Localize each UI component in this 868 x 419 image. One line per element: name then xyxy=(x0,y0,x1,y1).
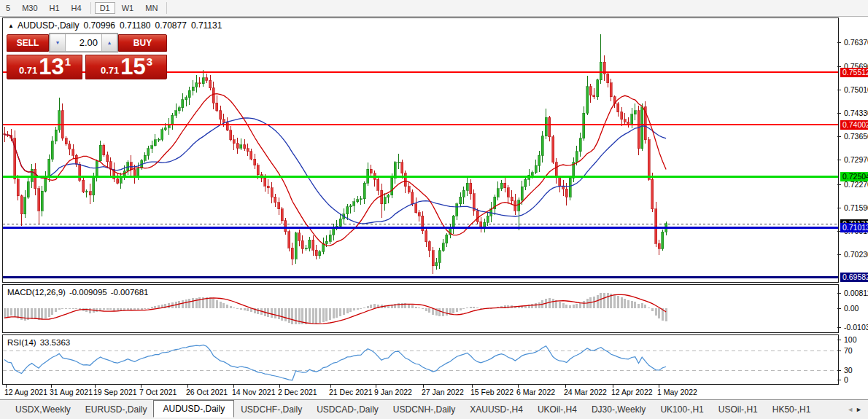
chart-title: ▲AUDUSD-,Daily0.709960.711800.708770.711… xyxy=(8,20,226,31)
buy-price-pip: 3 xyxy=(147,55,152,68)
symbol-tab-uk100h1[interactable]: UK100-,H1 xyxy=(654,402,710,417)
symbol-tab-audusddaily[interactable]: AUDUSD-,Daily xyxy=(153,400,234,418)
symbol-tab-usdchfdaily[interactable]: USDCHF-,Daily xyxy=(234,402,309,417)
ohlc-high: 0.71180 xyxy=(120,20,151,31)
symbol-tab-ukoilh4[interactable]: UKOil-,H4 xyxy=(531,402,584,417)
ohlc-close: 0.71131 xyxy=(191,20,222,31)
price-level-badge: 0.69582 xyxy=(840,273,868,282)
sell-price-big: 13 xyxy=(39,56,63,78)
macd-indicator-name: MACD(12,26,9) xyxy=(7,288,66,297)
macd-axis-tick: 0.00 xyxy=(844,304,859,313)
buy-price-prefix: 0.71 xyxy=(101,65,119,76)
date-axis-label: 24 Mar 2022 xyxy=(564,388,607,396)
axis-tick-mark xyxy=(837,370,841,371)
price-axis-tick: 0.76370 xyxy=(844,38,868,47)
date-axis-label: 1 May 2022 xyxy=(657,388,697,396)
sell-price-pip: 1 xyxy=(65,55,71,68)
sell-price-box[interactable]: 0.71 13 1 xyxy=(7,55,82,79)
macd-pane[interactable]: MACD(12,26,9)-0.009095-0.007681 xyxy=(2,284,839,333)
date-axis-label: 19 Sep 2021 xyxy=(93,388,137,396)
price-level-badge: 0.74002 xyxy=(840,120,868,130)
timeframe-button-MN[interactable]: MN xyxy=(140,2,163,14)
symbol-tabbar: USDX,WeeklyEURUSD-,DailyAUDUSD-,DailyUSD… xyxy=(0,399,868,419)
volume-input[interactable]: 2.00 xyxy=(66,34,101,52)
axis-tick-mark xyxy=(837,184,841,185)
buy-price-box[interactable]: 0.71 15 3 xyxy=(85,55,167,79)
price-pane[interactable]: ▲AUDUSD-,Daily0.709960.711800.708770.711… xyxy=(2,17,839,283)
axis-tick-mark xyxy=(837,90,841,90)
tab-scroll-right-icon[interactable]: ► xyxy=(856,406,864,413)
price-axis-tick: 0.71590 xyxy=(844,203,868,213)
macd-signal-value: -0.007681 xyxy=(111,288,149,297)
date-axis: 12 Aug 202131 Aug 202119 Sep 20217 Oct 2… xyxy=(2,385,839,399)
rsi-label: RSI(14)33.5363 xyxy=(7,338,74,347)
symbol-tab-dj30weekly[interactable]: DJ30-,Weekly xyxy=(585,402,652,417)
trading-platform-window: 5M30H1H4D1W1MN ▲AUDUSD-,Daily0.709960.71… xyxy=(0,0,868,419)
timeframe-button-H1[interactable]: H1 xyxy=(44,2,65,14)
timeframe-button-5[interactable]: 5 xyxy=(1,2,15,14)
date-axis-label: 12 Apr 2022 xyxy=(611,388,653,396)
collapse-panel-arrow-icon[interactable]: ▲ xyxy=(8,23,14,29)
price-axis-tick: 0.75010 xyxy=(844,85,868,95)
date-axis-label: 15 Feb 2022 xyxy=(470,388,514,396)
tab-scroll-arrows: ◄► xyxy=(847,406,864,413)
rsi-axis-tick: 0 xyxy=(844,375,848,385)
axis-tick-mark xyxy=(837,340,841,340)
ohlc-low: 0.70877 xyxy=(155,20,187,31)
price-axis-tick: 0.74330 xyxy=(844,109,868,118)
timeframe-button-H4[interactable]: H4 xyxy=(66,2,87,14)
rsi-value: 33.5363 xyxy=(40,338,71,347)
price-axis-tick: 0.72270 xyxy=(844,180,868,189)
volume-spinner: ▼ 2.00 ▲ xyxy=(49,33,118,52)
symbol-tab-xauusdh4[interactable]: XAUUSD-,H4 xyxy=(463,402,530,417)
sell-price-prefix: 0.71 xyxy=(19,65,37,76)
axis-tick-mark xyxy=(837,327,841,328)
price-axis-tick: 0.73650 xyxy=(844,132,868,141)
price-level-badge: 0.71013 xyxy=(840,223,868,232)
symbol-tab-usdxweekly[interactable]: USDX,Weekly xyxy=(9,402,77,417)
sell-button[interactable]: SELL xyxy=(7,34,49,52)
axis-tick-mark xyxy=(837,136,841,137)
buy-price-big: 15 xyxy=(120,56,145,78)
date-axis-label: 21 Dec 2021 xyxy=(329,388,373,396)
volume-increase-arrow-icon[interactable]: ▲ xyxy=(101,34,117,52)
one-click-trading-panel: SELL ▼ 2.00 ▲ BUY 0.71 13 1 0.71 15 3 xyxy=(7,33,167,79)
toolbar-separator xyxy=(90,2,91,14)
price-axis: 0.763700.756900.750100.743300.736500.729… xyxy=(840,17,868,385)
ohlc-open: 0.70996 xyxy=(84,20,115,31)
macd-value: -0.009095 xyxy=(69,288,107,297)
symbol-tab-hk50h1[interactable]: HK50-,H1 xyxy=(766,402,818,417)
macd-axis-tick: -0.01031 xyxy=(844,323,868,332)
rsi-axis-tick: 70 xyxy=(844,346,853,356)
symbol-tab-usoilh1[interactable]: USOil-,H1 xyxy=(712,402,764,417)
buy-button[interactable]: BUY xyxy=(118,34,167,52)
timeframe-button-D1[interactable]: D1 xyxy=(95,2,115,14)
date-axis-label: 2 Dec 2021 xyxy=(278,388,317,396)
date-axis-label: 9 Jan 2022 xyxy=(374,388,412,396)
date-axis-label: 7 Oct 2021 xyxy=(139,388,177,396)
timeframe-button-M30[interactable]: M30 xyxy=(17,2,42,14)
price-level-badge: 0.75512 xyxy=(840,68,868,77)
timeframe-button-W1[interactable]: W1 xyxy=(117,2,139,14)
tab-scroll-left-icon[interactable]: ◄ xyxy=(847,406,856,413)
price-axis-tick: 0.72970 xyxy=(844,155,868,165)
symbol-tab-eurusddaily[interactable]: EURUSD-,Daily xyxy=(79,402,154,417)
chart-symbol-label: AUDUSD-,Daily xyxy=(18,20,80,31)
axis-tick-mark xyxy=(837,254,841,255)
rsi-axis-tick: 100 xyxy=(844,335,857,345)
rsi-pane[interactable]: RSI(14)33.5363 xyxy=(2,334,839,385)
rsi-indicator-name: RSI(14) xyxy=(7,338,36,347)
axis-tick-mark xyxy=(837,160,841,160)
volume-decrease-arrow-icon[interactable]: ▼ xyxy=(50,34,66,52)
symbol-tab-usdcnhdaily[interactable]: USDCNH-,Daily xyxy=(387,402,462,417)
axis-tick-mark xyxy=(837,42,841,43)
date-axis-label: 31 Aug 2021 xyxy=(50,388,93,396)
macd-axis-tick: 0.00811 xyxy=(844,289,868,298)
axis-tick-mark xyxy=(837,308,841,309)
rsi-chart xyxy=(3,335,838,384)
date-axis-label: 27 Jan 2022 xyxy=(422,388,464,396)
macd-label: MACD(12,26,9)-0.009095-0.007681 xyxy=(7,288,152,297)
axis-tick-mark xyxy=(837,380,841,380)
symbol-tab-usdcaddaily[interactable]: USDCAD-,Daily xyxy=(310,402,385,417)
date-axis-label: 14 Nov 2021 xyxy=(232,388,276,396)
